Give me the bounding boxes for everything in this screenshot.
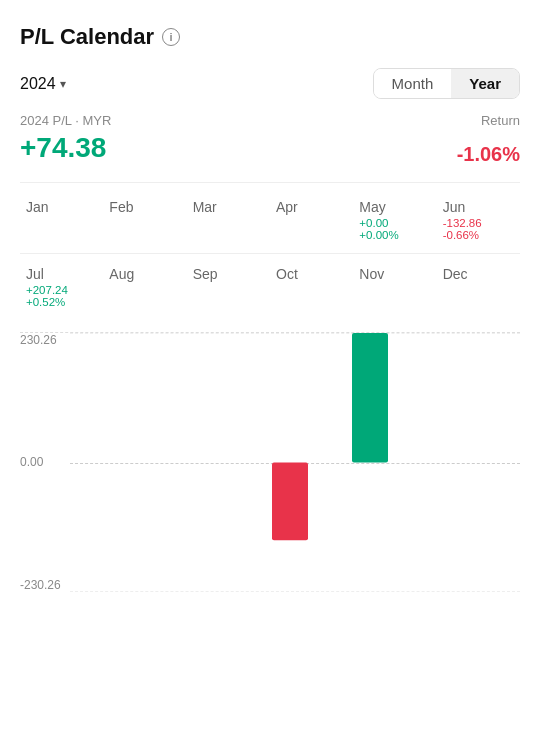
month-jun-label: Jun: [443, 199, 466, 215]
month-feb-label: Feb: [109, 199, 133, 215]
chart-label-bottom: -230.26: [20, 578, 61, 592]
page-header: P/L Calendar i: [20, 24, 520, 50]
month-apr[interactable]: Apr: [270, 195, 353, 245]
month-oct[interactable]: Oct: [270, 262, 353, 312]
oct-candle: [352, 333, 388, 463]
dropdown-arrow-icon: ▾: [60, 77, 66, 91]
month-may[interactable]: May +0.00 +0.00%: [353, 195, 436, 245]
pl-chart: 230.26 0.00 -230.26: [20, 332, 520, 592]
month-apr-label: Apr: [276, 199, 298, 215]
month-nov-label: Nov: [359, 266, 384, 282]
month-may-pl: +0.00: [359, 217, 388, 229]
month-mar[interactable]: Mar: [187, 195, 270, 245]
month-jun-pl: -132.86: [443, 217, 482, 229]
month-jan[interactable]: Jan: [20, 195, 103, 245]
month-jul-pct: +0.52%: [26, 296, 65, 308]
pl-label: 2024 P/L · MYR: [20, 113, 111, 128]
months-row-2: Jul +207.24 +0.52% Aug Sep Oct Nov Dec: [20, 253, 520, 316]
summary-values-row: +74.38 -1.06%: [20, 132, 520, 166]
month-mar-label: Mar: [193, 199, 217, 215]
month-jul-pl: +207.24: [26, 284, 68, 296]
pl-value: +74.38: [20, 132, 106, 164]
year-selector[interactable]: 2024 ▾: [20, 75, 66, 93]
month-toggle-button[interactable]: Month: [374, 69, 452, 98]
return-value: -1.06%: [457, 143, 520, 166]
month-feb[interactable]: Feb: [103, 195, 186, 245]
candle-container: [70, 333, 520, 592]
month-dec[interactable]: Dec: [437, 262, 520, 312]
view-toggle: Month Year: [373, 68, 520, 99]
month-may-label: May: [359, 199, 385, 215]
chart-svg: [120, 333, 520, 592]
month-may-pct: +0.00%: [359, 229, 398, 241]
month-sep-label: Sep: [193, 266, 218, 282]
year-label: 2024: [20, 75, 56, 93]
month-sep[interactable]: Sep: [187, 262, 270, 312]
chart-label-top: 230.26: [20, 333, 57, 347]
month-jan-label: Jan: [26, 199, 49, 215]
year-toggle-button[interactable]: Year: [451, 69, 519, 98]
sep-candle: [272, 463, 308, 541]
month-aug[interactable]: Aug: [103, 262, 186, 312]
months-row-1: Jan Feb Mar Apr May +0.00 +0.00% Jun -13…: [20, 183, 520, 253]
month-jul[interactable]: Jul +207.24 +0.52%: [20, 262, 103, 312]
info-icon[interactable]: i: [162, 28, 180, 46]
return-label: Return: [481, 113, 520, 128]
summary-labels-row: 2024 P/L · MYR Return: [20, 113, 520, 128]
month-jun[interactable]: Jun -132.86 -0.66%: [437, 195, 520, 245]
month-jun-pct: -0.66%: [443, 229, 479, 241]
month-jul-label: Jul: [26, 266, 44, 282]
month-dec-label: Dec: [443, 266, 468, 282]
month-oct-label: Oct: [276, 266, 298, 282]
month-aug-label: Aug: [109, 266, 134, 282]
chart-label-mid: 0.00: [20, 455, 43, 469]
controls-row: 2024 ▾ Month Year: [20, 68, 520, 99]
page-title: P/L Calendar: [20, 24, 154, 50]
month-nov[interactable]: Nov: [353, 262, 436, 312]
